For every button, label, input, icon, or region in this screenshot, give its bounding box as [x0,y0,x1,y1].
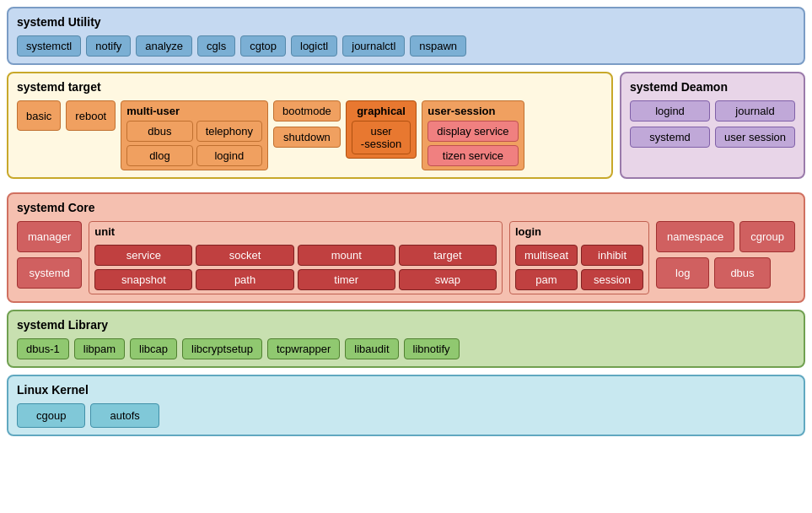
core-namespace[interactable]: namespace [656,221,734,252]
user-session-items: display service tizen service [428,121,518,166]
display-service[interactable]: display service [428,121,518,142]
daemon-systemd[interactable]: systemd [630,127,710,148]
utility-notify[interactable]: notify [86,35,131,57]
utility-journalctl[interactable]: journalctl [342,35,405,57]
kernel-section: Linux Kernel cgoup autofs [7,375,805,436]
user-session-box: user-session display service tizen servi… [422,100,524,170]
unit-swap[interactable]: swap [399,269,497,290]
multiuser-inner: dbus telephony dlog logind [126,121,262,166]
core-dbus[interactable]: dbus [714,257,770,289]
login-pam[interactable]: pam [515,269,578,290]
core-right-top: namespace cgroup [656,221,795,252]
core-log[interactable]: log [656,257,709,289]
graphical-user-session[interactable]: user -session [352,121,411,154]
graphical-box: graphical user -session [346,100,417,159]
boot-shutdown-col: bootmode shutdown [273,100,341,148]
utility-cgtop[interactable]: cgtop [240,35,286,57]
utility-title: systemd Utility [17,15,795,29]
library-title: systemd Library [17,318,795,332]
login-session[interactable]: session [581,269,643,290]
unit-box: unit service socket mount target snapsho… [89,221,503,294]
daemon-grid: logind journald systemd user session [630,100,795,148]
core-title: systemd Core [17,201,795,214]
login-grid: multiseat inhibit pam session [515,245,643,290]
utility-cgls[interactable]: cgls [197,35,235,57]
daemon-title: systemd Deamon [630,80,795,94]
graphical-title: graphical [357,105,406,117]
user-session-title: user-session [428,105,518,117]
core-section: systemd Core manager systemd unit servic… [7,192,805,303]
unit-snapshot[interactable]: snapshot [94,269,192,290]
unit-mount[interactable]: mount [298,245,395,266]
multiuser-title: multi-user [126,105,262,117]
tizen-service[interactable]: tizen service [428,145,518,166]
target-section: systemd target basic reboot multi-user d… [7,72,613,179]
unit-service[interactable]: service [94,245,192,266]
multiuser-dlog[interactable]: dlog [126,145,192,166]
lib-libpam[interactable]: libpam [74,338,125,359]
unit-grid: service socket mount target snapshot pat… [94,245,497,290]
login-multiseat[interactable]: multiseat [515,245,578,266]
core-inner: manager systemd unit service socket moun… [17,221,795,294]
target-basic[interactable]: basic [17,100,61,131]
utility-logictl[interactable]: logictl [291,35,337,57]
unit-target[interactable]: target [399,245,497,266]
target-inner: basic reboot multi-user dbus telephony d… [17,100,603,170]
utility-analyze[interactable]: analyze [136,35,192,57]
multiuser-logind[interactable]: logind [196,145,262,166]
kernel-title: Linux Kernel [17,383,795,397]
target-shutdown[interactable]: shutdown [273,127,341,148]
unit-path[interactable]: path [196,269,293,290]
lib-dbus1[interactable]: dbus-1 [17,338,69,359]
library-section: systemd Library dbus-1 libpam libcap lib… [7,310,805,368]
lib-libcryptsetup[interactable]: libcryptsetup [182,338,262,359]
daemon-journald[interactable]: journald [715,100,795,122]
kernel-row: cgoup autofs [17,403,795,428]
daemon-section: systemd Deamon logind journald systemd u… [620,72,805,179]
daemon-user-session[interactable]: user session [715,127,795,148]
unit-title: unit [94,225,497,238]
lib-libaudit[interactable]: libaudit [345,338,398,359]
lib-tcpwrapper[interactable]: tcpwrapper [267,338,340,359]
kernel-cgoup[interactable]: cgoup [17,403,85,428]
multiuser-box: multi-user dbus telephony dlog logind [121,100,268,170]
lib-libnotify[interactable]: libnotify [404,338,460,359]
core-systemd[interactable]: systemd [17,257,82,289]
unit-timer[interactable]: timer [298,269,395,290]
kernel-autofs[interactable]: autofs [90,403,159,428]
manager-col: manager systemd [17,221,82,289]
lib-libcap[interactable]: libcap [130,338,177,359]
core-right-bottom: log dbus [656,257,795,289]
multiuser-telephony[interactable]: telephony [196,121,262,142]
core-cgroup[interactable]: cgroup [739,221,795,252]
target-reboot[interactable]: reboot [66,100,116,131]
daemon-logind[interactable]: logind [630,100,710,122]
login-title: login [515,225,643,238]
unit-socket[interactable]: socket [196,245,293,266]
core-right: namespace cgroup log dbus [656,221,795,289]
utility-section: systemd Utility systemctl notify analyze… [7,7,805,65]
login-inhibit[interactable]: inhibit [581,245,643,266]
multiuser-dbus[interactable]: dbus [126,121,192,142]
library-row: dbus-1 libpam libcap libcryptsetup tcpwr… [17,338,795,359]
target-daemon-row: systemd target basic reboot multi-user d… [7,72,805,186]
utility-systemctl[interactable]: systemctl [17,35,81,57]
login-box: login multiseat inhibit pam session [509,221,649,294]
utility-nspawn[interactable]: nspawn [410,35,466,57]
target-bootmode[interactable]: bootmode [273,100,341,122]
utility-row: systemctl notify analyze cgls cgtop logi… [17,35,795,57]
core-manager[interactable]: manager [17,221,82,252]
target-title: systemd target [17,80,603,94]
